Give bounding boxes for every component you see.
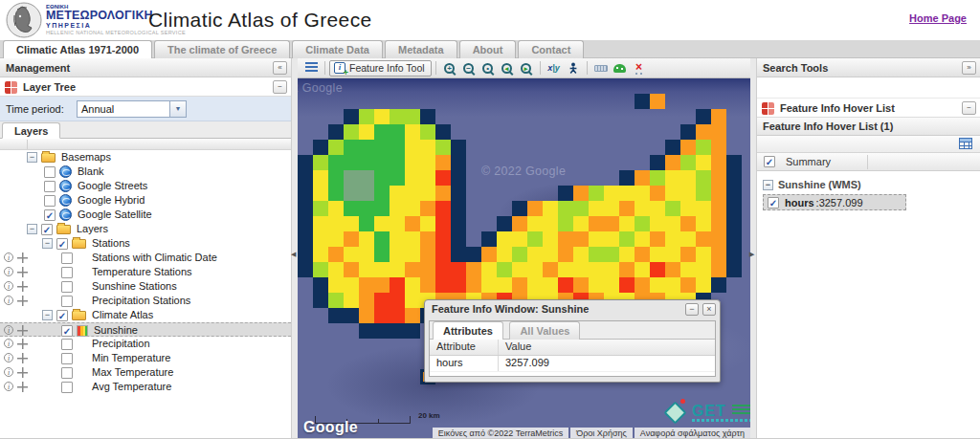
layer-checkbox[interactable]: ✓: [44, 209, 56, 221]
collapse-node-icon[interactable]: −: [42, 238, 53, 249]
tab-all-values[interactable]: All Values: [509, 321, 580, 340]
tree-row-precipitation[interactable]: iPrecipitation: [0, 337, 291, 351]
info-icon[interactable]: i: [4, 339, 13, 348]
measure-length-icon[interactable]: [592, 60, 610, 77]
layer-checkbox[interactable]: [44, 195, 56, 207]
layer-checkbox[interactable]: [44, 166, 56, 178]
layer-checkbox[interactable]: ✓: [56, 238, 68, 250]
tree-row-google-satellite[interactable]: ✓Google Satellite: [0, 208, 291, 222]
close-window-button[interactable]: ×: [702, 303, 716, 316]
time-period-select[interactable]: Annual ▼: [77, 100, 187, 118]
layer-checkbox[interactable]: [61, 382, 73, 393]
layer-checkbox[interactable]: ✓: [56, 310, 68, 321]
move-layer-icon[interactable]: [17, 296, 28, 306]
info-icon[interactable]: i: [4, 367, 13, 377]
heatmap-cell: [359, 231, 374, 247]
tab-about[interactable]: About: [459, 40, 517, 58]
move-layer-icon[interactable]: [17, 281, 28, 292]
layer-checkbox[interactable]: ✓: [61, 325, 73, 337]
move-layer-icon[interactable]: [17, 382, 28, 392]
tab-layers[interactable]: Layers: [2, 122, 60, 139]
move-layer-icon[interactable]: [17, 325, 28, 336]
move-layer-icon[interactable]: [17, 367, 28, 378]
feature-info-window-titlebar[interactable]: Feature Info Window: Sunshine − ×: [425, 300, 720, 318]
tab-the-climate-of-greece[interactable]: The climate of Greece: [154, 40, 290, 58]
tree-row-climate-atlas[interactable]: −✓Climate Atlas: [0, 308, 291, 322]
attribution-link[interactable]: Αναφορά σφάλματος χάρτη: [635, 428, 750, 439]
zoom-in-icon[interactable]: +: [441, 60, 458, 77]
info-icon[interactable]: i: [4, 296, 13, 305]
grid-view-icon[interactable]: [959, 138, 972, 149]
tab-metadata[interactable]: Metadata: [385, 40, 457, 58]
hours-checkbox[interactable]: ✓: [768, 197, 779, 209]
tree-row-temperature-stations[interactable]: iTemperature Stations: [0, 265, 291, 279]
clear-measurements-icon[interactable]: ×: [631, 60, 648, 77]
tree-row-max-temperature[interactable]: iMax Temperature: [0, 365, 291, 380]
info-icon[interactable]: i: [4, 353, 13, 362]
tab-climatic-atlas-1971-2000[interactable]: Climatic Atlas 1971-2000: [3, 40, 152, 58]
tree-row-sunshine[interactable]: i✓Sunshine: [0, 322, 291, 337]
tree-row-avg-temperature[interactable]: iAvg Temperature: [0, 380, 291, 394]
collapse-node-icon[interactable]: −: [42, 310, 53, 320]
tree-row-stations-with-climatic-date[interactable]: iStations with Climatic Date: [0, 251, 291, 265]
collapse-left-arrow-icon[interactable]: ◀: [291, 251, 296, 258]
zoom-next-icon[interactable]: ▸: [518, 60, 535, 77]
move-layer-icon[interactable]: [17, 252, 28, 263]
tree-row-precipitation-stations[interactable]: iPrecipitation Stations: [0, 294, 291, 308]
move-layer-icon[interactable]: [17, 339, 28, 349]
zoom-max-extent-icon[interactable]: •: [479, 60, 497, 77]
tab-climate-data[interactable]: Climate Data: [292, 40, 383, 58]
collapse-right-panel-button[interactable]: »: [962, 61, 976, 75]
zoom-out-icon[interactable]: −: [460, 60, 478, 77]
layer-checkbox[interactable]: [61, 267, 73, 278]
legend-icon[interactable]: [302, 60, 320, 77]
move-layer-icon[interactable]: [17, 353, 28, 363]
person-tool-icon[interactable]: [565, 60, 582, 77]
layer-checkbox[interactable]: [61, 353, 73, 364]
tree-row-layers[interactable]: −✓Layers: [0, 222, 291, 236]
collapse-node-icon[interactable]: −: [27, 224, 37, 234]
feature-info-window[interactable]: Feature Info Window: Sunshine − × Attrib…: [424, 299, 721, 383]
attribution-link[interactable]: Όροι Χρήσης: [570, 428, 633, 439]
minimize-hover-list-button[interactable]: −: [962, 101, 976, 115]
tree-row-google-hybrid[interactable]: Google Hybrid: [0, 193, 291, 208]
tree-row-blank[interactable]: Blank: [0, 165, 291, 179]
collapse-group-icon[interactable]: −: [763, 180, 773, 190]
layer-checkbox[interactable]: [61, 296, 73, 307]
minimize-layer-tree-button[interactable]: −: [273, 80, 287, 94]
tab-contact[interactable]: Contact: [518, 40, 584, 58]
info-icon[interactable]: i: [4, 267, 13, 276]
heatmap-cell: [665, 155, 680, 170]
summary-checkbox[interactable]: ✓: [764, 156, 775, 167]
info-icon[interactable]: i: [4, 382, 13, 391]
feature-info-tool-button[interactable]: iFeature Info Tool: [329, 60, 432, 77]
google-logo[interactable]: Google: [303, 419, 358, 436]
attribute-table-row[interactable]: hours 3257.099: [430, 356, 715, 372]
info-icon[interactable]: i: [4, 325, 13, 335]
minimize-window-button[interactable]: −: [685, 303, 699, 316]
layer-checkbox[interactable]: ✓: [41, 224, 53, 235]
home-page-link[interactable]: Home Page: [909, 12, 967, 24]
tree-row-basemaps[interactable]: −Basemaps: [0, 150, 291, 165]
zoom-previous-icon[interactable]: ◂: [499, 60, 516, 77]
tree-row-stations[interactable]: −✓Stations: [0, 236, 291, 251]
layer-checkbox[interactable]: [44, 181, 56, 192]
measure-area-icon[interactable]: [612, 60, 629, 77]
layer-checkbox[interactable]: [61, 281, 73, 293]
layer-checkbox[interactable]: [61, 339, 73, 350]
info-icon[interactable]: i: [4, 252, 13, 262]
layer-checkbox[interactable]: [61, 367, 73, 379]
collapse-right-arrow-icon[interactable]: ▶: [749, 251, 754, 258]
tab-attributes[interactable]: Attributes: [433, 321, 503, 340]
collapse-node-icon[interactable]: −: [27, 152, 37, 163]
tree-row-google-streets[interactable]: Google Streets: [0, 179, 291, 193]
tree-row-min-temperature[interactable]: iMin Temperature: [0, 351, 291, 365]
move-layer-icon[interactable]: [17, 267, 28, 277]
hours-result-item[interactable]: ✓ hours : 3257.099: [763, 194, 906, 210]
collapse-left-panel-button[interactable]: «: [273, 61, 287, 75]
layer-checkbox[interactable]: [61, 252, 73, 264]
coordinates-icon[interactable]: x|y: [546, 60, 563, 77]
map-canvas[interactable]: 2022 Google © 2022 Google 20 km Google G…: [298, 78, 750, 439]
tree-row-sunshine-stations[interactable]: iSunshine Stations: [0, 279, 291, 294]
info-icon[interactable]: i: [4, 281, 13, 291]
